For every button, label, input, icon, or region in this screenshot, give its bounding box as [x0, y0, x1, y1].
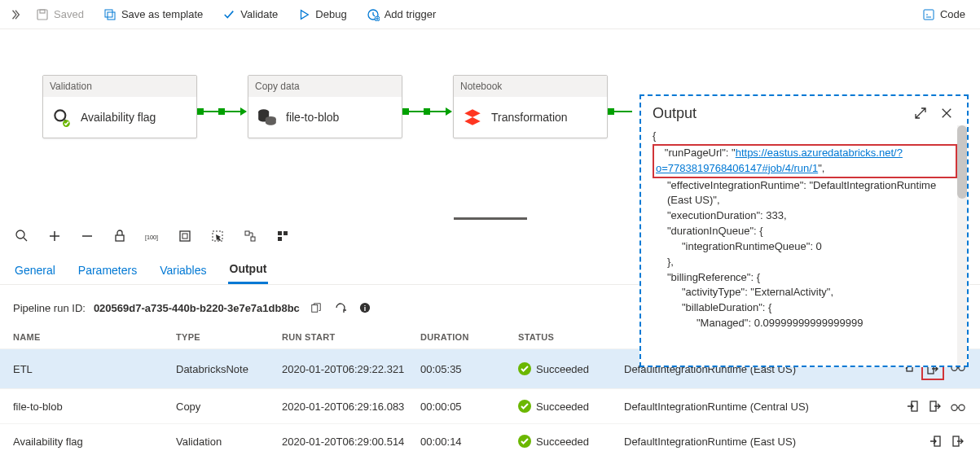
cell-start: 2020-01-20T06:29:00.514 [282, 436, 420, 448]
json-line: "integrationRuntimeQueue": 0 [653, 239, 957, 255]
vertical-scrollbar[interactable] [957, 125, 967, 366]
layout-icon[interactable] [274, 227, 292, 245]
magnifier-icon [51, 107, 73, 128]
svg-rect-14 [180, 231, 190, 241]
saved-label: Saved [54, 8, 84, 20]
svg-rect-22 [312, 305, 318, 313]
validate-button[interactable]: Validate [214, 5, 286, 24]
tab-parameters[interactable]: Parameters [77, 256, 138, 284]
svg-point-33 [951, 405, 957, 410]
cell-start: 2020-01-20T06:29:16.083 [282, 401, 420, 413]
json-line: "activityType": "ExternalActivity", [653, 285, 957, 300]
cell-runtime: DefaultIntegrationRuntime (East US) [624, 436, 894, 448]
table-row[interactable]: file-to-blob Copy 2020-01-20T06:29:16.08… [0, 388, 980, 423]
cell-type: Validation [176, 436, 282, 448]
add-trigger-label: Add trigger [385, 8, 437, 20]
svg-point-11 [16, 230, 24, 239]
svg-rect-0 [37, 10, 47, 20]
close-icon[interactable] [938, 104, 956, 122]
code-label: Code [940, 8, 965, 20]
glasses-icon[interactable] [949, 397, 967, 415]
cell-status: Succeeded [536, 436, 589, 448]
debug-button[interactable]: Debug [289, 5, 354, 24]
json-line: "Managed": 0.09999999999999999 [653, 316, 957, 331]
save-icon [36, 8, 49, 21]
copy-icon[interactable] [308, 300, 324, 316]
svg-rect-12 [116, 235, 124, 241]
tab-variables[interactable]: Variables [158, 256, 208, 284]
tab-output[interactable]: Output [228, 256, 269, 284]
databricks-icon [462, 107, 483, 128]
svg-rect-15 [182, 234, 187, 239]
expand-icon[interactable] [7, 6, 24, 24]
json-line: "effectiveIntegrationRuntime": "DefaultI… [653, 178, 957, 209]
activity-name: Transformation [491, 111, 568, 124]
cell-name: file-to-blob [13, 401, 176, 413]
tab-general[interactable]: General [13, 256, 57, 284]
success-icon [518, 435, 531, 448]
output-icon[interactable] [926, 397, 944, 415]
fit-zoom-icon[interactable]: [100] [143, 227, 161, 245]
output-title: Output [653, 105, 903, 122]
connector [197, 111, 246, 112]
input-icon[interactable] [926, 432, 944, 450]
trigger-icon [367, 8, 380, 21]
col-duration: DURATION [420, 332, 518, 342]
activity-name: Availability flag [81, 111, 156, 124]
json-line: "executionDuration": 333, [653, 208, 957, 224]
info-icon[interactable]: i [357, 300, 373, 316]
lock-icon[interactable] [111, 227, 129, 245]
svg-rect-18 [251, 237, 255, 241]
cell-status: Succeeded [536, 401, 589, 413]
code-icon [922, 8, 935, 21]
cell-type: DatabricksNote [176, 363, 282, 375]
cell-runtime: DefaultIntegrationRuntime (Central US) [624, 401, 894, 413]
refresh-icon[interactable] [332, 300, 349, 316]
svg-rect-19 [278, 231, 282, 235]
col-name: NAME [13, 332, 176, 342]
top-toolbar: Saved Save as template Validate Debug Ad… [0, 0, 980, 29]
cell-name: Availability flag [13, 436, 176, 448]
save-as-template-button[interactable]: Save as template [95, 5, 211, 24]
svg-rect-3 [108, 12, 115, 20]
code-button[interactable]: Code [914, 5, 973, 24]
activity-type-label: Notebook [454, 76, 607, 97]
cell-type: Copy [176, 401, 282, 413]
add-trigger-button[interactable]: Add trigger [358, 5, 445, 24]
cell-duration: 00:05:35 [420, 363, 518, 375]
validate-label: Validate [240, 8, 278, 20]
svg-rect-2 [105, 10, 112, 17]
template-icon [103, 8, 116, 21]
col-status: STATUS [518, 332, 624, 342]
zoom-in-icon[interactable] [46, 227, 64, 245]
cell-status: Succeeded [536, 363, 589, 375]
col-start: RUN START [282, 332, 420, 342]
search-icon[interactable] [13, 227, 31, 245]
svg-rect-1 [40, 10, 45, 13]
svg-text:[100]: [100] [145, 234, 158, 241]
cell-name: ETL [13, 363, 176, 375]
activity-copy-data[interactable]: Copy data file-to-blob [248, 75, 402, 138]
svg-text:i: i [364, 304, 366, 313]
fit-screen-icon[interactable] [176, 227, 194, 245]
cell-duration: 00:00:05 [420, 401, 518, 413]
success-icon [518, 362, 531, 375]
cell-start: 2020-01-20T06:29:22.321 [282, 363, 420, 375]
expand-icon[interactable] [912, 104, 929, 122]
output-json[interactable]: { "runPageUrl": "https://eastus.azuredat… [641, 125, 957, 366]
connector [402, 111, 451, 112]
activity-validation[interactable]: Validation Availability flag [42, 75, 197, 138]
col-type: TYPE [176, 332, 282, 342]
activity-type-label: Validation [43, 76, 196, 97]
table-row[interactable]: Availability flag Validation 2020-01-20T… [0, 423, 980, 451]
svg-rect-20 [283, 231, 288, 235]
json-line: "durationInQueue": { [653, 224, 957, 239]
align-icon[interactable] [241, 227, 259, 245]
output-panel: Output { "runPageUrl": "https://eastus.a… [639, 94, 969, 367]
run-id-label: Pipeline run ID: [13, 302, 86, 314]
zoom-out-icon[interactable] [78, 227, 96, 245]
input-icon[interactable] [903, 397, 921, 415]
select-icon[interactable] [209, 227, 226, 245]
activity-notebook[interactable]: Notebook Transformation [453, 75, 608, 138]
output-icon[interactable] [949, 432, 967, 450]
